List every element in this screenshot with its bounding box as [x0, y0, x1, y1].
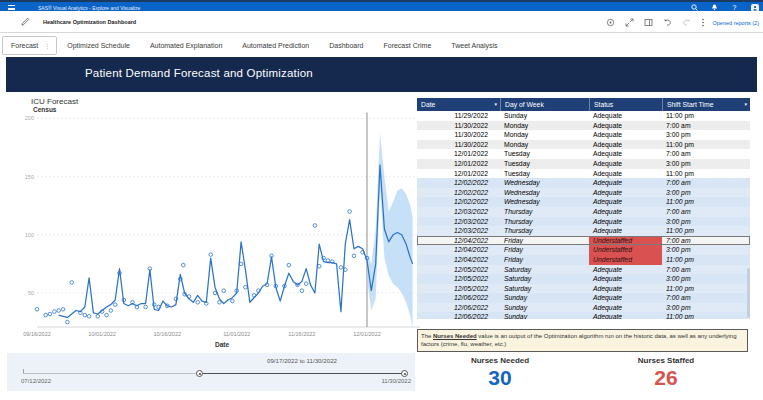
- cell-day-of-week: Friday: [500, 236, 589, 246]
- maximize-icon[interactable]: [625, 18, 634, 27]
- cell-date: 12/02/2022: [417, 188, 500, 198]
- tab-automated-prediction[interactable]: Automated Prediction: [232, 37, 319, 54]
- kpi-row: Nurses Needed30Nurses Staffed26: [417, 356, 750, 390]
- table-row[interactable]: 12/04/2022FridayUnderstaffed7:00 am: [417, 236, 750, 246]
- table-row[interactable]: 12/04/2022FridayUnderstaffed11:00 pm: [417, 255, 750, 265]
- table-row[interactable]: 12/04/2022FridayUnderstaffed3:00 pm: [417, 245, 750, 255]
- cell-status: Understaffed: [589, 255, 662, 265]
- tab-tweet-analysis[interactable]: Tweet Analysis: [441, 37, 507, 54]
- cell-date: 12/05/2022: [417, 265, 500, 275]
- cell-date: 11/29/2022: [417, 111, 500, 121]
- col-header-shift-start-time[interactable]: Shift Start Time▾: [662, 98, 750, 111]
- kpi-label: Nurses Needed: [417, 356, 583, 365]
- cell-day-of-week: Monday: [500, 140, 589, 150]
- table-row[interactable]: 12/05/2022SaturdayAdequate11:00 pm: [417, 284, 750, 294]
- cell-status: Adequate: [589, 217, 662, 227]
- table-row[interactable]: 12/06/2022SundayAdequate7:00 am: [417, 293, 750, 303]
- table-row[interactable]: 11/30/2022MondayAdequate11:00 pm: [417, 140, 750, 150]
- cell-status: Adequate: [589, 121, 662, 131]
- table-row[interactable]: 12/01/2022TuesdayAdequate3:00 pm: [417, 159, 750, 169]
- cell-shift-start-time: 3:00 pm: [662, 303, 750, 313]
- svg-text:12/01/2022: 12/01/2022: [353, 331, 381, 337]
- cell-date: 11/30/2022: [417, 140, 500, 150]
- slider-selected-range[interactable]: [200, 373, 405, 375]
- cell-date: 12/04/2022: [417, 255, 500, 265]
- date-range-slider: 09/17/2022 to 11/30/2022 07/12/2022 11/3…: [7, 353, 415, 391]
- cell-day-of-week: Tuesday: [500, 159, 589, 169]
- tab-dashboard[interactable]: Dashboard: [319, 37, 373, 54]
- tab-optimized-schedule[interactable]: Optimized Schedule: [57, 37, 140, 54]
- table-row[interactable]: 11/29/2022SundayAdequate11:00 pm: [417, 111, 750, 121]
- cell-day-of-week: Thursday: [500, 226, 589, 236]
- table-row[interactable]: 12/01/2022TuesdayAdequate7:00 am: [417, 149, 750, 159]
- svg-text:11/16/2022: 11/16/2022: [288, 331, 315, 337]
- share-icon[interactable]: [606, 18, 615, 27]
- cell-day-of-week: Sunday: [500, 303, 589, 313]
- redo-icon[interactable]: [682, 18, 691, 27]
- svg-text:10/01/2022: 10/01/2022: [88, 331, 116, 337]
- table-row[interactable]: 12/02/2022WednesdayAdequate7:00 am: [417, 178, 750, 188]
- table-scrollbar[interactable]: [747, 268, 750, 318]
- cell-shift-start-time: 7:00 am: [662, 265, 750, 275]
- report-view-icon[interactable]: [644, 18, 653, 27]
- cell-shift-start-time: 3:00 pm: [662, 274, 750, 284]
- cell-shift-start-time: 7:00 am: [662, 236, 750, 246]
- table-row[interactable]: 12/02/2022WednesdayAdequate11:00 pm: [417, 197, 750, 207]
- col-header-day-of-week[interactable]: Day of Week: [500, 98, 589, 111]
- table-row[interactable]: 12/03/2022ThursdayAdequate3:00 pm: [417, 217, 750, 227]
- kpi-label: Nurses Staffed: [583, 356, 749, 365]
- table-row[interactable]: 11/30/2022MondayAdequate7:00 am: [417, 121, 750, 131]
- cell-shift-start-time: 7:00 am: [662, 149, 750, 159]
- cell-shift-start-time: 3:00 pm: [662, 130, 750, 140]
- report-title: Healthcare Optimization Dashboard: [43, 19, 136, 25]
- cell-status: Adequate: [589, 274, 662, 284]
- help-icon[interactable]: ?: [731, 4, 738, 11]
- cell-date: 12/05/2022: [417, 284, 500, 294]
- sort-icon[interactable]: ▾: [494, 98, 497, 111]
- table-row[interactable]: 12/03/2022ThursdayAdequate11:00 pm: [417, 226, 750, 236]
- app-bar: SAS® Visual Analytics - Explore and Visu…: [0, 0, 763, 11]
- table-row[interactable]: 12/02/2022WednesdayAdequate3:00 pm: [417, 188, 750, 198]
- cell-status: Adequate: [589, 197, 662, 207]
- kpi-value: 26: [583, 366, 749, 390]
- opened-reports-link[interactable]: Opened reports (2): [713, 20, 759, 26]
- table-row[interactable]: 12/03/2022ThursdayAdequate7:00 am: [417, 207, 750, 217]
- more-options-icon[interactable]: [701, 18, 705, 27]
- sort-icon[interactable]: ▾: [744, 98, 747, 111]
- table-row[interactable]: 12/05/2022SaturdayAdequate7:00 am: [417, 265, 750, 275]
- cell-date: 12/04/2022: [417, 245, 500, 255]
- cell-status: Adequate: [589, 207, 662, 217]
- note-tooltip: The Nurses Needed value is an output of …: [417, 329, 748, 352]
- table-row[interactable]: 12/06/2022SundayAdequate11:00 pm: [417, 312, 750, 319]
- tab-forecast-crime[interactable]: Forecast Crime: [373, 37, 441, 54]
- slider-handle-left[interactable]: [196, 370, 203, 377]
- page-banner: Patient Demand Forecast and Optimization: [6, 57, 757, 92]
- table-row[interactable]: 12/01/2022TuesdayAdequate11:00 pm: [417, 169, 750, 179]
- edit-pencil-icon[interactable]: [21, 17, 30, 26]
- tab-automated-explanation[interactable]: Automated Explanation: [140, 37, 232, 54]
- cell-day-of-week: Wednesday: [500, 188, 589, 198]
- undo-icon[interactable]: [663, 18, 672, 27]
- notifications-icon[interactable]: [711, 4, 718, 11]
- cell-day-of-week: Tuesday: [500, 169, 589, 179]
- cell-date: 12/01/2022: [417, 149, 500, 159]
- col-header-date[interactable]: Date▾: [417, 98, 500, 111]
- table-row[interactable]: 12/05/2022SaturdayAdequate3:00 pm: [417, 274, 750, 284]
- cell-status: Adequate: [589, 293, 662, 303]
- tab-forecast[interactable]: Forecast⋮: [2, 36, 57, 55]
- tab-menu-icon[interactable]: ⋮: [44, 42, 50, 49]
- cell-status: Adequate: [589, 149, 662, 159]
- cell-shift-start-time: 11:00 pm: [662, 312, 750, 319]
- svg-text:?: ?: [733, 4, 737, 11]
- slider-handle-right[interactable]: [401, 370, 408, 377]
- search-icon[interactable]: [691, 4, 698, 11]
- table-row[interactable]: 12/06/2022SundayAdequate3:00 pm: [417, 303, 750, 313]
- cell-date: 12/03/2022: [417, 207, 500, 217]
- cell-day-of-week: Friday: [500, 255, 589, 265]
- cell-shift-start-time: 7:00 am: [662, 178, 750, 188]
- table-row[interactable]: 11/30/2022MondayAdequate3:00 pm: [417, 130, 750, 140]
- icu-forecast-chart[interactable]: 50100150200Census09/16/202210/01/202210/…: [0, 95, 425, 353]
- menu-icon[interactable]: [8, 5, 15, 10]
- cell-date: 12/03/2022: [417, 217, 500, 227]
- col-header-status[interactable]: Status: [589, 98, 662, 111]
